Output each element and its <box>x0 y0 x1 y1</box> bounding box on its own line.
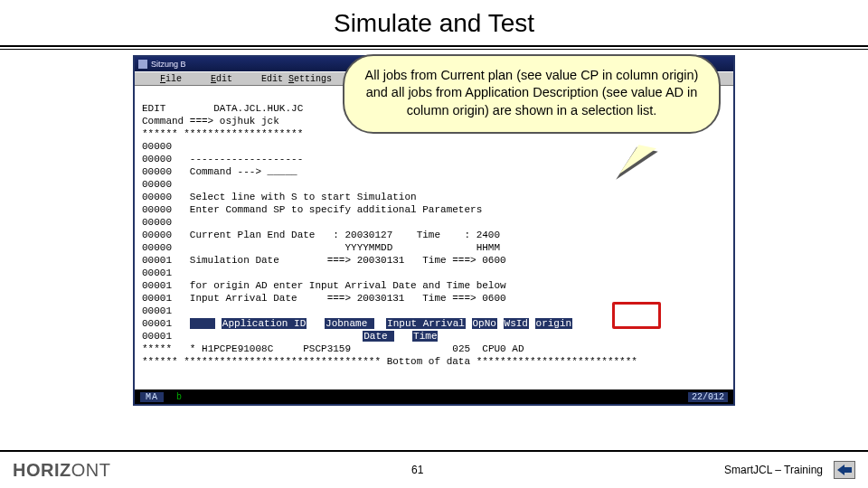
brand-logo: HORIZONT <box>13 460 110 481</box>
t-line-edit: EDIT DATA.JCL.HUK.JC <box>142 103 303 114</box>
menu-file[interactable]: File <box>160 74 182 84</box>
t-line: 00000 YYYYMMDD HHMM <box>142 242 500 253</box>
svg-marker-0 <box>837 465 852 475</box>
t-bottom: ****** *********************************… <box>142 356 637 367</box>
window-sysmenu-icon[interactable] <box>138 60 147 69</box>
t-line: 00001 <box>142 305 172 316</box>
divider-top-thick <box>0 45 868 47</box>
t-line: 00000 <box>142 217 172 228</box>
t-line: 00000 Current Plan End Date : 20030127 T… <box>142 230 500 240</box>
slide-title: Simulate and Test <box>0 0 868 43</box>
highlight-origin-column <box>612 302 661 329</box>
status-ma: MA <box>140 392 164 402</box>
slide-footer: HORIZONT 61 SmartJCL – Training <box>0 450 868 488</box>
t-header-row2: 00001 Date Time <box>142 331 438 342</box>
t-data-row[interactable]: ***** * H1PCPE91008C PSCP3159 025 CPU0 A… <box>142 343 524 354</box>
back-arrow-icon <box>837 465 852 475</box>
t-line: 00000 Select line with S to start Simula… <box>142 192 417 202</box>
t-line: 00001 Input Arrival Date ===> 20030131 T… <box>142 293 506 304</box>
status-cursor-pos: 22/012 <box>688 392 728 402</box>
t-line: 00000 ------------------- <box>142 154 303 164</box>
t-line: 00001 Simulation Date ===> 20030131 Time… <box>142 255 506 266</box>
screenshot-stage: Sitzung B File Edit Edit Settings EDIT D… <box>133 55 735 406</box>
page-number: 61 <box>411 464 423 476</box>
t-line: 00000 Enter Command SP to specify additi… <box>142 204 482 215</box>
footer-product: SmartJCL – Training <box>724 464 823 476</box>
menu-edit-settings[interactable]: Edit Settings <box>261 74 332 84</box>
t-line-top: ****** ******************** <box>142 128 303 139</box>
t-line: 00001 for origin AD enter Input Arrival … <box>142 280 506 291</box>
menu-edit[interactable]: Edit <box>211 74 232 84</box>
t-header-row1: 00001 Application ID Jobname Input Arriv… <box>142 318 572 329</box>
t-line: 00000 <box>142 141 172 152</box>
status-b: b <box>176 392 182 402</box>
annotation-text: All jobs from Current plan (see value CP… <box>343 54 721 134</box>
t-line-panelcmd[interactable]: 00000 Command ---> _____ <box>142 166 297 177</box>
t-line: 00001 <box>142 267 172 278</box>
annotation-callout: All jobs from Current plan (see value CP… <box>343 54 721 134</box>
window-statusbar: MAb 22/012 <box>135 389 733 404</box>
window-title: Sitzung B <box>151 60 186 69</box>
t-line-cmd[interactable]: Command ===> osjhuk jck <box>142 116 279 127</box>
t-line: 00000 <box>142 179 172 190</box>
divider-top-thin <box>0 49 868 50</box>
back-button[interactable] <box>834 461 855 479</box>
